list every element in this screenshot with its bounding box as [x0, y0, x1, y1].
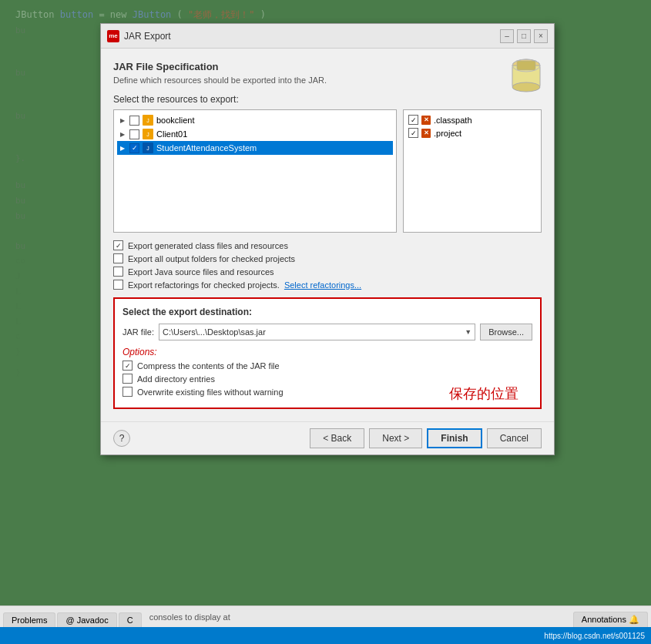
dest-option-2[interactable]: Add directory entries: [122, 374, 532, 384]
tab-problems[interactable]: Problems: [3, 612, 55, 627]
file-item-classpath[interactable]: ✕ .classpath: [407, 113, 538, 126]
checkbox-dest-1[interactable]: [122, 361, 133, 371]
jar-path-combo[interactable]: C:\Users\...\Desktop\sas.jar ▼: [159, 324, 475, 340]
statusbar-url: https://blog.csdn.net/s001125: [544, 632, 645, 640]
save-location-annotation: 保存的位置: [449, 384, 518, 403]
dialog-section-title: JAR File Specification: [113, 61, 542, 72]
checkbox-client01[interactable]: [129, 129, 139, 139]
checkbox-export-1[interactable]: [113, 240, 123, 250]
statusbar: https://blog.csdn.net/s001125: [0, 627, 651, 644]
jar-file-label: JAR file:: [122, 327, 154, 337]
export-option-4-label: Export refactorings for checked projects…: [128, 280, 280, 290]
checkbox-studentattendance[interactable]: [129, 143, 139, 153]
svg-point-2: [512, 82, 540, 92]
expand-icon-client01: ▶: [119, 130, 126, 138]
select-refactorings-link[interactable]: Select refactorings...: [284, 280, 361, 290]
svg-rect-4: [517, 61, 535, 70]
dialog-title-left: me JAR Export: [107, 30, 171, 42]
jar-icon-area: [511, 58, 542, 97]
dialog-window-controls: – □ ×: [500, 29, 548, 43]
tab-c[interactable]: C: [119, 612, 142, 627]
jar-icon: [511, 58, 542, 95]
close-button[interactable]: ×: [534, 29, 548, 43]
project-icon-studentattendance: J: [143, 143, 153, 153]
browse-button[interactable]: Browse...: [480, 324, 532, 340]
expand-icon-studentattendance: ▶: [119, 144, 126, 152]
resources-panels: ▶ J bookclient ▶ J Client01 ▶ J StudentA…: [113, 109, 542, 233]
dest-option-2-label: Add directory entries: [137, 374, 215, 384]
export-option-1-label: Export generated class files and resourc…: [128, 241, 288, 250]
export-option-3-label: Export Java source files and resources: [128, 267, 274, 277]
export-option-1[interactable]: Export generated class files and resourc…: [113, 240, 542, 250]
tree-item-client01[interactable]: ▶ J Client01: [117, 127, 393, 141]
checkbox-dest-2[interactable]: [122, 374, 133, 384]
expand-icon-bookclient: ▶: [119, 116, 126, 124]
tree-item-bookclient[interactable]: ▶ J bookclient: [117, 113, 393, 127]
tab-javadoc[interactable]: @ Javadoc: [57, 612, 116, 627]
tree-label-studentattendance: StudentAttendanceSystem: [156, 143, 257, 153]
jar-file-row: JAR file: C:\Users\...\Desktop\sas.jar ▼…: [122, 324, 532, 340]
dest-section-label: Select the export destination:: [122, 307, 532, 317]
tree-label-client01: Client01: [156, 129, 187, 139]
maximize-button[interactable]: □: [517, 29, 531, 43]
export-option-3[interactable]: Export Java source files and resources: [113, 267, 542, 277]
jar-path-text: C:\Users\...\Desktop\sas.jar: [163, 327, 266, 337]
tree-label-bookclient: bookclient: [156, 116, 195, 125]
file-label-classpath: .classpath: [434, 116, 472, 125]
dest-option-3-label: Overwrite existing files without warning: [137, 387, 284, 397]
checkbox-export-4[interactable]: [113, 280, 123, 290]
dialog-title-icon: me: [107, 30, 119, 42]
options-label: Options:: [122, 347, 532, 357]
project-icon-bookclient: J: [143, 115, 153, 126]
x-icon-classpath: ✕: [421, 116, 431, 125]
finish-button[interactable]: Finish: [427, 428, 482, 448]
cancel-button[interactable]: Cancel: [487, 428, 542, 448]
export-options-section: Export generated class files and resourc…: [113, 240, 542, 290]
checkbox-bookclient[interactable]: [129, 116, 139, 126]
next-button[interactable]: Next >: [369, 428, 422, 448]
x-icon-project: ✕: [421, 129, 431, 138]
jar-export-dialog: me JAR Export – □ × JAR File Specificati…: [100, 23, 555, 455]
file-item-project[interactable]: ✕ .project: [407, 126, 538, 139]
console-text: consoles to display at: [143, 612, 237, 622]
dialog-footer: ? < Back Next > Finish Cancel: [101, 421, 554, 454]
file-label-project: .project: [434, 129, 461, 138]
checkbox-export-2[interactable]: [113, 253, 123, 263]
checkbox-export-3[interactable]: [113, 267, 123, 277]
export-option-2[interactable]: Export all output folders for checked pr…: [113, 253, 542, 263]
project-icon-client01: J: [143, 129, 153, 139]
checkbox-project[interactable]: [408, 128, 418, 138]
resources-label: Select the resources to export:: [113, 94, 542, 105]
file-panel[interactable]: ✕ .classpath ✕ .project: [403, 109, 542, 233]
tab-annotations[interactable]: Annotations 🔔: [573, 612, 648, 627]
export-option-2-label: Export all output folders for checked pr…: [128, 254, 295, 263]
dialog-content: JAR File Specification Define which reso…: [101, 49, 554, 421]
code-line-1: JButton button = new JButton ( "老师，找到！" …: [15, 8, 636, 22]
back-button[interactable]: < Back: [310, 428, 364, 448]
dialog-section-desc: Define which resources should be exporte…: [113, 75, 542, 85]
tree-panel[interactable]: ▶ J bookclient ▶ J Client01 ▶ J StudentA…: [113, 109, 397, 233]
dest-option-1-label: Compress the contents of the JAR file: [137, 361, 280, 371]
dialog-titlebar: me JAR Export – □ ×: [101, 24, 554, 49]
minimize-button[interactable]: –: [500, 29, 514, 43]
dialog-title-text: JAR Export: [124, 31, 171, 42]
export-option-4[interactable]: Export refactorings for checked projects…: [113, 280, 542, 290]
bottom-tabs-bar: Problems @ Javadoc C consoles to display…: [0, 605, 651, 627]
dest-option-1[interactable]: Compress the contents of the JAR file: [122, 361, 532, 371]
help-button[interactable]: ?: [113, 430, 130, 447]
checkbox-dest-3[interactable]: [122, 387, 133, 397]
tree-item-studentattendance[interactable]: ▶ J StudentAttendanceSystem: [117, 141, 393, 155]
checkbox-classpath[interactable]: [408, 115, 418, 125]
footer-buttons: < Back Next > Finish Cancel: [310, 428, 542, 448]
combo-arrow-icon: ▼: [465, 328, 471, 336]
